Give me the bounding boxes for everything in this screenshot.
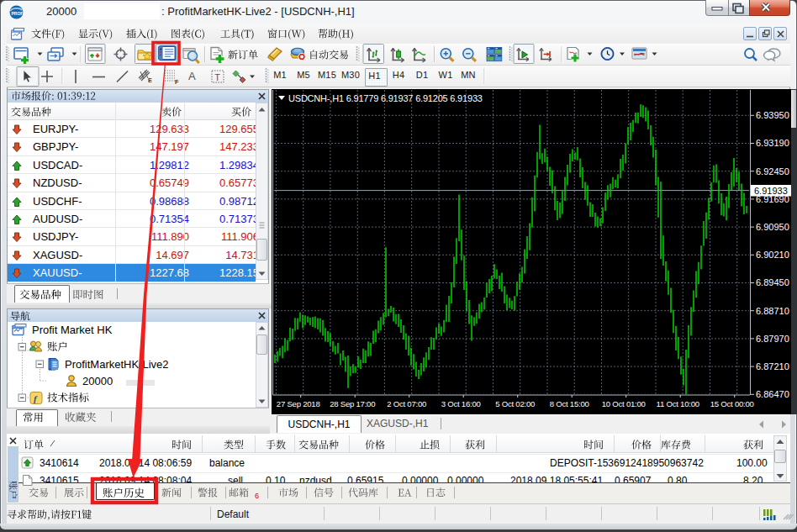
svg-text:USDCNH-,H1 6.91779 6.91937 6.: USDCNH-,H1 6.91779 6.91937 6.91205 6.919… [288,93,483,103]
svg-text:6.87970: 6.87970 [756,334,789,344]
svg-text:2 Oct 07:00: 2 Oct 07:00 [387,399,426,408]
svg-text:6.90210: 6.90210 [756,250,789,260]
svg-text:28 Sep 17:00: 28 Sep 17:00 [330,399,375,408]
svg-text:6.93190: 6.93190 [756,138,789,148]
svg-text:27 Sep 2018: 27 Sep 2018 [277,399,320,408]
svg-text:6.92450: 6.92450 [756,166,789,176]
svg-text:6.88710: 6.88710 [756,306,789,316]
svg-text:6.90950: 6.90950 [756,222,789,232]
svg-text:6.89450: 6.89450 [756,277,789,287]
svg-text:6.93950: 6.93950 [756,110,789,120]
svg-text:15 Oct 00:00: 15 Oct 00:00 [710,399,754,408]
svg-text:8 Oct 15:00: 8 Oct 15:00 [550,399,589,408]
svg-text:6.91933: 6.91933 [754,186,788,196]
svg-text:11 Oct 10:00: 11 Oct 10:00 [657,399,699,408]
svg-text:6.86470: 6.86470 [756,389,789,399]
svg-text:6.87210: 6.87210 [756,361,789,371]
svg-text:3 Oct 16:00: 3 Oct 16:00 [441,399,481,408]
svg-text:5 Oct 02:00: 5 Oct 02:00 [495,399,535,408]
svg-text:10 Oct 01:00: 10 Oct 01:00 [602,399,646,408]
